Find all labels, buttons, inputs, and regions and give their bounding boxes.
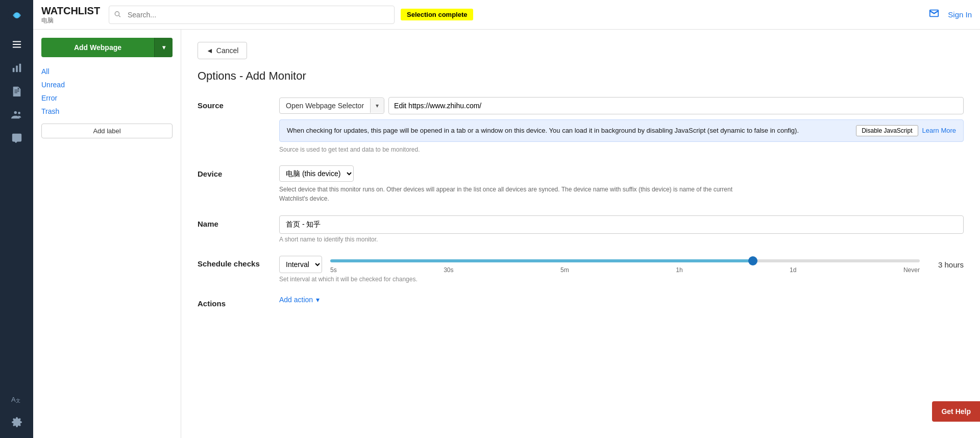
slider-label-5m: 5m [560,266,569,274]
schedule-label: Schedule checks [198,255,279,268]
schedule-hint: Set interval at which it will be checked… [279,276,964,283]
source-selector-text: Open Webpage Selector [280,98,370,113]
right-panel: ◄ Cancel Options - Add Monitor Source Op… [181,30,980,438]
nav-link-unread[interactable]: Unread [41,79,173,91]
logo-icon[interactable] [8,6,26,25]
svg-text:A: A [11,396,16,403]
svg-point-9 [18,112,20,114]
topbar: WATCHLIST 电脑 Selection complete Sign In [33,0,980,30]
source-row: Source Open Webpage Selector ▾ When chec… [198,97,964,153]
svg-text:文: 文 [16,398,20,403]
schedule-value: 3 hours [928,260,964,269]
add-action-label: Add action [279,296,313,304]
sidebar-document-icon[interactable] [7,82,27,101]
main-container: WATCHLIST 电脑 Selection complete Sign In … [33,0,980,438]
svg-rect-5 [12,68,14,72]
add-action-link[interactable]: Add action ▾ [279,296,320,304]
source-info-text: When checking for updates, this page wil… [287,126,852,136]
get-help-button[interactable]: Get Help [932,401,980,422]
source-url-input[interactable] [388,97,964,114]
sidebar-settings-icon[interactable] [7,412,27,432]
slider-label-5s: 5s [330,266,337,274]
schedule-content: Interval 5s 30s 5m 1h 1d Never [279,255,964,283]
slider-container: 5s 30s 5m 1h 1d Never [330,255,920,274]
source-hint: Source is used to get text and data to b… [279,146,964,153]
svg-rect-4 [12,47,21,48]
sidebar-list-icon[interactable] [7,35,27,54]
email-icon[interactable] [928,8,940,21]
source-inputs: Open Webpage Selector ▾ [279,97,964,114]
source-content: Open Webpage Selector ▾ When checking fo… [279,97,964,153]
disable-javascript-button[interactable]: Disable JavaScript [856,125,918,136]
sign-in-link[interactable]: Sign In [948,10,972,19]
brand: WATCHLIST 电脑 [41,6,103,23]
schedule-inner: Interval 5s 30s 5m 1h 1d Never [279,255,964,274]
source-info-box: When checking for updates, this page wil… [279,119,964,142]
nav-link-all[interactable]: All [41,65,173,78]
sidebar-translate-icon[interactable]: A文 [7,389,27,408]
schedule-slider[interactable] [330,259,920,262]
slider-label-1d: 1d [790,266,796,274]
svg-point-8 [14,111,17,114]
slider-labels: 5s 30s 5m 1h 1d Never [330,266,920,274]
add-webpage-dropdown-arrow[interactable]: ▾ [154,38,173,57]
topbar-right: Sign In [928,8,972,21]
device-content: 电脑 (this device) Select device that this… [279,165,964,203]
svg-rect-2 [12,41,21,42]
add-webpage-label: Add Webpage [41,38,154,57]
slider-label-never: Never [903,266,920,274]
nav-links: All Unread Error Trash [41,65,173,117]
sidebar-users-icon[interactable] [7,105,27,125]
source-selector[interactable]: Open Webpage Selector ▾ [279,98,384,114]
search-wrapper [109,6,395,24]
source-label: Source [198,97,279,110]
schedule-row: Schedule checks Interval 5s 30s 5m 1h 1d [198,255,964,283]
add-webpage-button[interactable]: Add Webpage ▾ [41,38,173,57]
device-label: Device [198,165,279,178]
name-label: Name [198,215,279,228]
search-input[interactable] [109,6,395,24]
content-area: Add Webpage ▾ All Unread Error Trash Add… [33,30,980,438]
name-hint: A short name to identify this monitor. [279,236,964,243]
actions-content: Add action ▾ [279,295,964,304]
slider-label-1h: 1h [676,266,682,274]
svg-rect-7 [19,64,21,72]
sidebar-chat-icon[interactable] [7,129,27,148]
search-icon [114,10,121,19]
sidebar-chart-icon[interactable] [7,58,27,78]
actions-row: Actions Add action ▾ [198,295,964,308]
name-row: Name A short name to identify this monit… [198,215,964,243]
learn-more-link[interactable]: Learn More [922,126,956,136]
page-title: Options - Add Monitor [198,69,964,83]
back-arrow-icon: ◄ [206,46,213,55]
app-subtitle: 电脑 [41,17,103,23]
selection-badge: Selection complete [401,9,473,20]
svg-point-12 [115,11,119,15]
device-select[interactable]: 电脑 (this device) [279,165,354,182]
svg-rect-6 [16,65,18,72]
sidebar: A文 [0,0,33,438]
add-label-button[interactable]: Add label [41,124,173,138]
left-panel: Add Webpage ▾ All Unread Error Trash Add… [33,30,181,438]
nav-link-trash[interactable]: Trash [41,105,173,117]
app-title: WATCHLIST [41,6,103,16]
svg-rect-3 [12,44,21,45]
actions-label: Actions [198,295,279,308]
svg-line-13 [119,15,120,17]
interval-select[interactable]: Interval [279,256,322,273]
device-hint: Select device that this monitor runs on.… [279,185,739,203]
device-row: Device 电脑 (this device) Select device th… [198,165,964,203]
cancel-button[interactable]: ◄ Cancel [198,42,247,59]
source-selector-arrow-icon[interactable]: ▾ [370,99,384,113]
add-action-arrow-icon: ▾ [316,296,320,304]
svg-point-1 [14,13,19,18]
name-input[interactable] [279,215,964,234]
slider-label-30s: 30s [444,266,453,274]
nav-link-error[interactable]: Error [41,92,173,104]
name-content: A short name to identify this monitor. [279,215,964,243]
